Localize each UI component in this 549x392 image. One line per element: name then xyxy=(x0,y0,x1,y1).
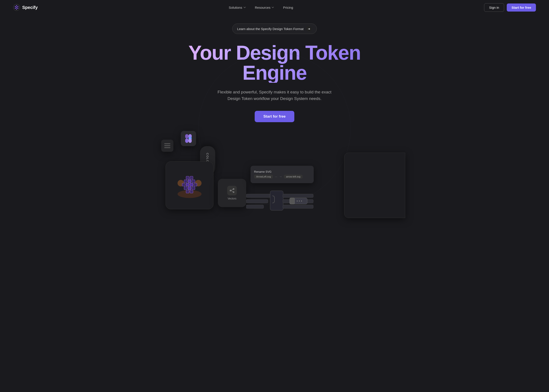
svg-rect-37 xyxy=(184,187,187,190)
pipes-illustration xyxy=(246,183,316,218)
svg-rect-50 xyxy=(246,194,272,197)
logo-link[interactable]: Specify xyxy=(13,4,38,11)
svg-point-45 xyxy=(230,190,231,191)
specify-logo-icon xyxy=(13,4,20,11)
svg-rect-52 xyxy=(246,205,264,208)
rename-to: arrow-left.svg xyxy=(284,175,303,179)
hero-subtitle: Flexible and powerful, Specify makes it … xyxy=(213,89,336,102)
svg-rect-54 xyxy=(283,194,313,197)
hero-title: Your Design Token Engine xyxy=(170,43,379,83)
vectors-icon xyxy=(227,186,237,195)
svg-rect-35 xyxy=(190,183,193,186)
svg-point-47 xyxy=(233,191,234,193)
banner-arrow-icon: ➔ xyxy=(306,26,312,32)
vectors-label: Vectors xyxy=(228,197,236,200)
right-dark-panel xyxy=(344,153,405,218)
nav-links: Solutions Resources Pricing xyxy=(225,4,296,11)
svg-line-48 xyxy=(231,189,233,190)
chevron-down-icon xyxy=(243,6,246,9)
rename-arrow-icon: → xyxy=(279,175,282,178)
hero-illustration: Colors xyxy=(144,135,405,227)
vectors-card: Vectors xyxy=(218,179,246,207)
hero-banner-text: Learn about the Specify Design Token For… xyxy=(237,27,304,31)
cube-icon xyxy=(174,170,205,201)
cube-card xyxy=(166,161,213,209)
figma-card xyxy=(181,131,196,146)
svg-rect-56 xyxy=(283,205,313,208)
lines-card xyxy=(161,140,173,152)
svg-rect-53 xyxy=(270,191,283,210)
svg-rect-20 xyxy=(185,134,189,139)
lines-icon xyxy=(164,143,170,148)
line-bar-1 xyxy=(164,143,170,144)
figma-icon xyxy=(185,134,192,143)
line-bar-2 xyxy=(164,145,170,146)
svg-rect-51 xyxy=(246,199,268,203)
signin-button[interactable]: Sign in xyxy=(484,3,504,12)
svg-point-46 xyxy=(233,188,234,189)
rename-title: Rename SVG xyxy=(254,170,271,173)
svg-rect-41 xyxy=(190,190,193,193)
svg-rect-24 xyxy=(189,139,192,143)
brand-name: Specify xyxy=(22,5,38,10)
hero-section: Learn about the Specify Design Token For… xyxy=(0,15,549,227)
rename-from: ArrowLeft.svg xyxy=(254,175,273,179)
svg-rect-40 xyxy=(186,190,189,193)
svg-point-61 xyxy=(301,201,302,202)
nav-actions: Sign in Start for free xyxy=(484,3,536,12)
rename-dots-icon: ··· xyxy=(275,175,277,178)
navbar: Specify Solutions Resources Pricing Sign… xyxy=(0,0,549,15)
start-for-free-nav-button[interactable]: Start for free xyxy=(507,3,536,12)
start-for-free-hero-button[interactable]: Start for free xyxy=(255,111,294,122)
chevron-down-icon xyxy=(271,6,274,9)
svg-line-49 xyxy=(231,190,233,192)
svg-rect-34 xyxy=(186,183,189,186)
svg-rect-58 xyxy=(290,198,295,204)
hero-banner[interactable]: Learn about the Specify Design Token For… xyxy=(232,23,317,34)
rename-row: ArrowLeft.svg ··· → arrow-left.svg xyxy=(254,175,303,179)
svg-point-60 xyxy=(299,201,300,202)
svg-rect-36 xyxy=(194,183,197,186)
nav-resources[interactable]: Resources xyxy=(251,4,278,11)
svg-rect-33 xyxy=(182,183,185,186)
pipes-svg xyxy=(246,179,316,222)
svg-point-59 xyxy=(297,201,298,202)
svg-rect-23 xyxy=(185,139,189,143)
nav-solutions[interactable]: Solutions xyxy=(225,4,250,11)
svg-rect-39 xyxy=(192,187,195,190)
line-bar-3 xyxy=(164,147,170,148)
nav-pricing[interactable]: Pricing xyxy=(280,4,296,11)
